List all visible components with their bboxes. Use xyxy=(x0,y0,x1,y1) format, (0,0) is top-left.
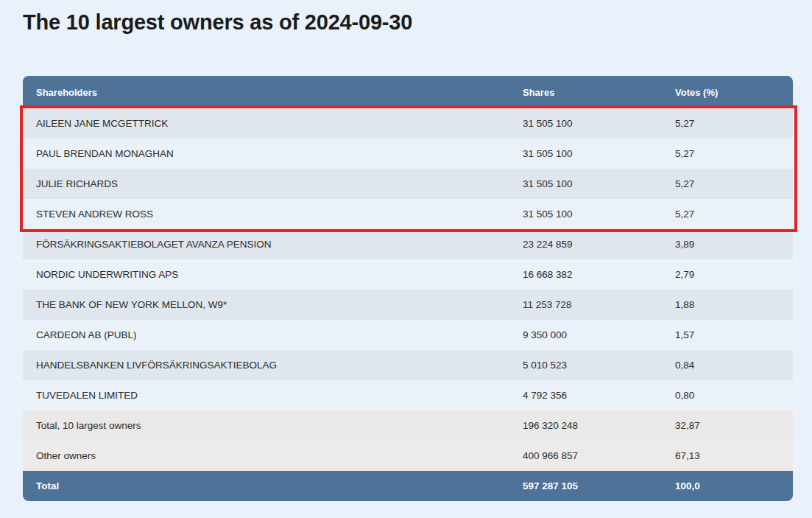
votes-value: 67,13 xyxy=(675,450,793,461)
votes-value: 1,88 xyxy=(675,299,793,310)
shares-value: 5 010 523 xyxy=(523,360,675,371)
votes-value: 100,0 xyxy=(675,480,793,491)
shareholder-name: TUVEDALEN LIMITED xyxy=(23,390,523,401)
table-row: TUVEDALEN LIMITED 4 792 356 0,80 xyxy=(23,380,793,410)
table-row: HANDELSBANKEN LIVFÖRSÄKRINGSAKTIEBOLAG 5… xyxy=(23,350,793,380)
shareholder-name: STEVEN ANDREW ROSS xyxy=(23,209,523,220)
page: The 10 largest owners as of 2024-09-30 S… xyxy=(0,0,812,518)
table-row: JULIE RICHARDS 31 505 100 5,27 xyxy=(23,169,793,199)
summary-label: Other owners xyxy=(23,450,523,461)
column-header-votes: Votes (%) xyxy=(675,87,793,98)
total-label: Total xyxy=(23,480,523,491)
table-row: CARDEON AB (PUBL) 9 350 000 1,57 xyxy=(23,320,793,350)
table-row: NORDIC UNDERWRITING APS 16 668 382 2,79 xyxy=(23,259,793,290)
shares-value: 400 966 857 xyxy=(523,450,675,461)
shareholder-name: PAUL BRENDAN MONAGHAN xyxy=(23,148,523,159)
summary-row-largest-owners: Total, 10 largest owners 196 320 248 32,… xyxy=(23,410,793,441)
votes-value: 2,79 xyxy=(675,269,793,280)
shares-value: 11 253 728 xyxy=(523,299,675,310)
shareholder-name: CARDEON AB (PUBL) xyxy=(23,329,523,340)
shares-value: 597 287 105 xyxy=(523,480,675,491)
votes-value: 5,27 xyxy=(675,178,793,189)
votes-value: 5,27 xyxy=(675,209,793,220)
table-row: FÖRSÄKRINGSAKTIEBOLAGET AVANZA PENSION 2… xyxy=(23,229,793,259)
table-row: AILEEN JANE MCGETTRICK 31 505 100 5,27 xyxy=(23,108,793,139)
column-header-shareholders: Shareholders xyxy=(23,87,523,98)
table-header-row: Shareholders Shares Votes (%) xyxy=(23,76,793,108)
votes-value: 0,80 xyxy=(675,390,793,401)
page-title: The 10 largest owners as of 2024-09-30 xyxy=(23,10,412,35)
column-header-shares: Shares xyxy=(523,87,675,98)
shares-value: 31 505 100 xyxy=(523,118,675,129)
votes-value: 3,89 xyxy=(675,239,793,250)
votes-value: 1,57 xyxy=(675,329,793,340)
shares-value: 31 505 100 xyxy=(523,178,675,189)
shareholder-name: JULIE RICHARDS xyxy=(23,178,523,189)
owners-table: Shareholders Shares Votes (%) AILEEN JAN… xyxy=(23,76,793,501)
shares-value: 9 350 000 xyxy=(523,329,675,340)
votes-value: 5,27 xyxy=(675,148,793,159)
shares-value: 31 505 100 xyxy=(523,209,675,220)
shares-value: 31 505 100 xyxy=(523,148,675,159)
table-row: PAUL BRENDAN MONAGHAN 31 505 100 5,27 xyxy=(23,139,793,169)
shares-value: 23 224 859 xyxy=(523,239,675,250)
shares-value: 196 320 248 xyxy=(523,420,675,431)
shareholder-name: FÖRSÄKRINGSAKTIEBOLAGET AVANZA PENSION xyxy=(23,239,523,250)
votes-value: 5,27 xyxy=(675,118,793,129)
shareholder-name: THE BANK OF NEW YORK MELLON, W9* xyxy=(23,299,523,310)
shareholder-name: AILEEN JANE MCGETTRICK xyxy=(23,118,523,129)
total-row: Total 597 287 105 100,0 xyxy=(23,471,793,501)
votes-value: 0,84 xyxy=(675,360,793,371)
summary-label: Total, 10 largest owners xyxy=(23,420,523,431)
shareholder-name: HANDELSBANKEN LIVFÖRSÄKRINGSAKTIEBOLAG xyxy=(23,360,523,371)
shares-value: 16 668 382 xyxy=(523,269,675,280)
shareholder-name: NORDIC UNDERWRITING APS xyxy=(23,269,523,280)
shares-value: 4 792 356 xyxy=(523,390,675,401)
summary-row-other-owners: Other owners 400 966 857 67,13 xyxy=(23,441,793,471)
table-row: STEVEN ANDREW ROSS 31 505 100 5,27 xyxy=(23,199,793,229)
table-row: THE BANK OF NEW YORK MELLON, W9* 11 253 … xyxy=(23,290,793,320)
votes-value: 32,87 xyxy=(675,420,793,431)
